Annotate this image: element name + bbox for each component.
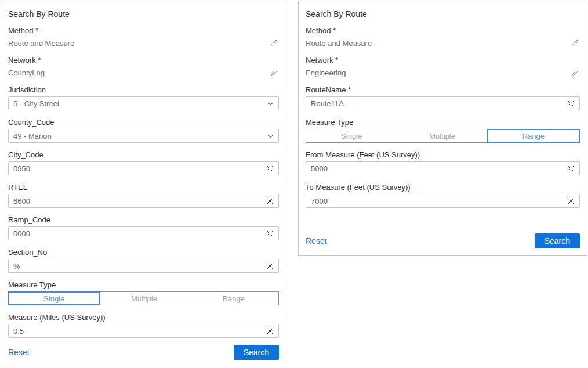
chevron-down-icon — [267, 102, 274, 106]
field-label: Measure Type — [306, 118, 580, 127]
x-clear-icon — [266, 262, 274, 270]
clear-from-measure-button[interactable] — [567, 165, 575, 172]
field-label: Network * — [306, 56, 580, 64]
segment-multiple[interactable]: Multiple — [99, 292, 188, 305]
search-by-route-panel-left: Search By Route Method * Route and Measu… — [1, 1, 286, 367]
field-method: Method * Route and Measure — [306, 26, 580, 48]
segment-range[interactable]: Range — [189, 292, 278, 305]
chevron-down-icon — [267, 134, 274, 138]
from-measure-input-wrap — [306, 161, 580, 175]
x-clear-icon — [266, 230, 274, 237]
city-code-input-wrap — [8, 161, 279, 175]
clear-city-code-button[interactable] — [266, 165, 274, 172]
x-clear-icon — [567, 165, 575, 172]
reset-link[interactable]: Reset — [306, 236, 327, 246]
field-county-code: County_Code 49 - Marion — [8, 118, 279, 143]
panel-footer: Reset Search — [306, 233, 580, 248]
search-button[interactable]: Search — [535, 233, 580, 248]
pencil-icon — [270, 68, 279, 77]
panel-title: Search By Route — [8, 9, 279, 19]
network-value: CountyLog — [8, 68, 45, 77]
route-name-input-wrap — [306, 96, 580, 110]
reset-link[interactable]: Reset — [8, 348, 30, 357]
search-button[interactable]: Search — [234, 345, 279, 360]
search-by-route-panel-right: Search By Route Method * Route and Measu… — [298, 1, 587, 256]
edit-network-button[interactable] — [571, 68, 580, 77]
x-clear-icon — [567, 100, 575, 107]
field-from-measure: From Measure (Feet (US Survey)) — [306, 150, 580, 175]
clear-rtel-button[interactable] — [266, 197, 274, 205]
to-measure-input[interactable] — [311, 197, 567, 205]
segment-range[interactable]: Range — [487, 129, 580, 143]
clear-ramp-code-button[interactable] — [266, 230, 274, 237]
measure-type-segmented: Single Multiple Range — [306, 129, 580, 143]
field-label: Measure (Miles (US Survey)) — [8, 313, 279, 322]
city-code-input[interactable] — [13, 164, 266, 173]
field-label: Section_No — [8, 248, 279, 257]
field-network: Network * Engineering — [306, 56, 580, 78]
field-label: To Measure (Feet (US Survey)) — [306, 183, 580, 192]
measure-type-segmented: Single Multiple Range — [8, 291, 279, 305]
section-no-input[interactable] — [13, 262, 266, 270]
rtel-input-wrap — [8, 194, 279, 208]
x-clear-icon — [266, 327, 274, 335]
from-measure-input[interactable] — [311, 164, 567, 173]
field-label: City_Code — [8, 150, 279, 159]
field-to-measure: To Measure (Feet (US Survey)) — [306, 183, 580, 208]
field-label: Method * — [8, 26, 279, 35]
field-measure-type: Measure Type Single Multiple Range — [8, 280, 279, 305]
field-label: From Measure (Feet (US Survey)) — [306, 150, 580, 159]
clear-section-no-button[interactable] — [266, 262, 274, 270]
ramp-code-input-wrap — [8, 226, 279, 240]
route-name-input[interactable] — [311, 99, 567, 108]
clear-route-name-button[interactable] — [567, 100, 575, 107]
measure-input-wrap — [8, 324, 279, 338]
method-value: Route and Measure — [306, 39, 372, 48]
field-city-code: City_Code — [8, 150, 279, 175]
county-code-select[interactable]: 49 - Marion — [8, 129, 279, 143]
field-label: Method * — [306, 26, 580, 35]
field-measure-type: Measure Type Single Multiple Range — [306, 118, 580, 143]
method-value: Route and Measure — [8, 39, 74, 48]
field-label: RouteName * — [306, 85, 580, 94]
jurisdiction-select[interactable]: 5 - City Street — [8, 96, 279, 110]
clear-to-measure-button[interactable] — [567, 197, 575, 205]
x-clear-icon — [567, 197, 575, 205]
section-no-input-wrap — [8, 259, 279, 273]
pencil-icon — [571, 68, 580, 77]
to-measure-input-wrap — [306, 194, 580, 208]
field-label: Network * — [8, 56, 279, 64]
panel-footer: Reset Search — [8, 345, 279, 360]
jurisdiction-selected-value: 5 - City Street — [13, 99, 267, 108]
rtel-input[interactable] — [13, 197, 266, 205]
clear-measure-button[interactable] — [266, 327, 274, 335]
field-route-name: RouteName * — [306, 85, 580, 110]
field-section-no: Section_No — [8, 248, 279, 273]
x-clear-icon — [266, 165, 274, 172]
edit-network-button[interactable] — [270, 68, 279, 77]
field-jurisdiction: Jurisdiction 5 - City Street — [8, 85, 279, 110]
field-label: County_Code — [8, 118, 279, 127]
network-value: Engineering — [306, 68, 346, 77]
field-label: Measure Type — [8, 280, 279, 289]
segment-multiple[interactable]: Multiple — [397, 129, 487, 142]
x-clear-icon — [266, 197, 274, 205]
pencil-icon — [270, 38, 279, 48]
edit-method-button[interactable] — [571, 38, 580, 48]
field-measure: Measure (Miles (US Survey)) — [8, 313, 279, 338]
field-label: Jurisdiction — [8, 85, 279, 94]
pencil-icon — [571, 38, 580, 48]
field-label: RTEL — [8, 183, 279, 192]
measure-input[interactable] — [13, 327, 266, 335]
field-rtel: RTEL — [8, 183, 279, 208]
field-ramp-code: Ramp_Code — [8, 215, 279, 240]
field-label: Ramp_Code — [8, 215, 279, 224]
edit-method-button[interactable] — [270, 38, 279, 48]
segment-single[interactable]: Single — [8, 291, 100, 305]
county-code-selected-value: 49 - Marion — [13, 132, 267, 140]
field-network: Network * CountyLog — [8, 56, 279, 78]
panel-title: Search By Route — [306, 9, 580, 19]
field-method: Method * Route and Measure — [8, 26, 279, 48]
segment-single[interactable]: Single — [306, 129, 397, 142]
ramp-code-input[interactable] — [13, 229, 266, 238]
